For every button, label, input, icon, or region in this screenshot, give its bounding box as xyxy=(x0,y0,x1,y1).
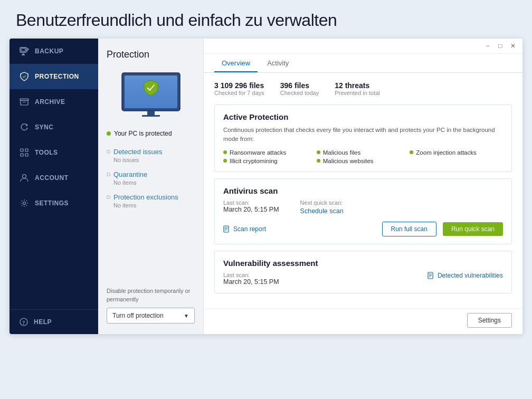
run-full-scan-button[interactable]: Run full scan xyxy=(382,222,436,236)
middle-nav-quarantine[interactable]: Quarantine No items xyxy=(107,170,195,186)
tab-overview[interactable]: Overview xyxy=(214,54,258,72)
svg-text:?: ? xyxy=(22,320,25,326)
sidebar-item-sync[interactable]: SYNC xyxy=(10,115,98,140)
feature-label-cryptomining: Illicit cryptomining xyxy=(230,158,278,164)
stat-threats: 12 threats Prevented in total xyxy=(335,81,380,96)
settings-icon xyxy=(19,198,30,208)
sidebar-item-tools[interactable]: TOOLS xyxy=(10,140,98,165)
svg-rect-8 xyxy=(21,149,23,151)
turn-off-protection-button[interactable]: Turn off protection ▼ xyxy=(107,308,195,324)
vuln-row: Last scan: March 20, 5:15 PM xyxy=(223,272,503,286)
svg-rect-10 xyxy=(25,149,28,151)
middle-bottom: Disable protection temporarily or perman… xyxy=(107,279,195,324)
sidebar: BACKUP PROTECTION xyxy=(10,39,98,334)
detected-issues-label: Detected issues xyxy=(113,148,163,156)
monitor-container xyxy=(107,69,195,121)
sync-icon xyxy=(19,122,30,132)
svg-point-13 xyxy=(23,202,26,205)
sidebar-item-backup[interactable]: BACKUP xyxy=(10,39,98,64)
stat-label-threats: Prevented in total xyxy=(335,90,380,96)
sidebar-item-protection[interactable]: PROTECTION xyxy=(10,64,98,89)
schedule-scan-link[interactable]: Schedule scan xyxy=(300,207,344,215)
sidebar-item-account[interactable]: ACCOUNT xyxy=(10,165,98,191)
scan-report-link[interactable]: Scan report xyxy=(223,225,266,233)
protection-status: Your PC is protected xyxy=(107,130,195,137)
sidebar-label-backup: BACKUP xyxy=(35,48,63,55)
av-actions: Scan report Run full scan Run quick scan xyxy=(223,222,503,236)
feature-cryptomining: Illicit cryptomining xyxy=(223,158,317,164)
middle-title: Protection xyxy=(107,49,195,60)
stat-files-7days: 3 109 296 files Checked for 7 days xyxy=(214,81,264,96)
app-container: BACKUP PROTECTION xyxy=(10,39,522,334)
help-icon: ? xyxy=(19,317,28,327)
feature-label-malicious-files: Malicious files xyxy=(323,149,361,156)
feature-malicious-files: Malicious files xyxy=(317,149,410,156)
feature-label-zoom-injection: Zoom injection attacks xyxy=(416,149,476,156)
feature-zoom-injection: Zoom injection attacks xyxy=(410,149,503,156)
sidebar-item-settings[interactable]: SETTINGS xyxy=(10,191,98,216)
window-maximize-button[interactable]: □ xyxy=(496,42,505,50)
page-headline: Benutzerfreundlich und einfach zu verwal… xyxy=(16,11,516,30)
nav-dot-exclusions xyxy=(107,195,110,199)
run-quick-scan-button[interactable]: Run quick scan xyxy=(443,222,503,236)
middle-nav-exclusions[interactable]: Protection exclusions No items xyxy=(107,193,195,208)
settings-row: Settings xyxy=(204,308,522,334)
last-scan-info: Last scan: March 20, 5:15 PM xyxy=(223,200,279,215)
detected-vuln-label: Detected vulnerabilities xyxy=(438,272,503,279)
sidebar-spacer xyxy=(10,216,98,309)
active-protection-desc: Continuous protection that checks every … xyxy=(223,126,503,144)
svg-rect-11 xyxy=(25,154,28,156)
middle-nav-detected-issues[interactable]: Detected issues No issues xyxy=(107,148,195,163)
archive-icon xyxy=(19,97,30,107)
active-protection-card: Active Protection Continuous protection … xyxy=(214,104,512,172)
stats-row: 3 109 296 files Checked for 7 days 396 f… xyxy=(214,81,512,96)
sidebar-label-tools: TOOLS xyxy=(35,149,58,156)
feature-dot-malicious-websites xyxy=(317,159,320,163)
tools-icon xyxy=(19,147,30,158)
sidebar-label-settings: SETTINGS xyxy=(35,200,69,207)
active-protection-title: Active Protection xyxy=(223,112,503,121)
feature-malicious-websites: Malicious websites xyxy=(317,158,410,164)
page-header: Benutzerfreundlich und einfach zu verwal… xyxy=(0,0,532,39)
feature-dot-ransomware xyxy=(223,150,227,154)
last-scan-label: Last scan: xyxy=(223,200,279,206)
svg-rect-1 xyxy=(21,49,25,51)
detected-vulnerabilities-link[interactable]: Detected vulnerabilities xyxy=(428,272,503,279)
features-grid: Ransomware attacks Malicious files Zoom … xyxy=(223,149,503,164)
quarantine-sub: No items xyxy=(107,179,195,186)
content-area: 3 109 296 files Checked for 7 days 396 f… xyxy=(204,73,522,308)
nav-dot-detected xyxy=(107,150,110,154)
main-content: − □ ✕ Overview Activity 3 109 296 files … xyxy=(204,39,522,334)
detected-issues-sub: No issues xyxy=(107,157,195,163)
svg-rect-19 xyxy=(147,111,155,115)
tabs-bar: Overview Activity xyxy=(204,54,522,73)
nav-dot-quarantine xyxy=(107,173,110,176)
stat-label-files-today: Checked today xyxy=(280,90,319,96)
middle-panel-inner: Protection xyxy=(107,49,195,324)
settings-button[interactable]: Settings xyxy=(467,313,512,328)
vuln-scan-value: March 20, 5:15 PM xyxy=(223,278,279,286)
turn-off-label: Turn off protection xyxy=(112,312,164,319)
vulnerability-card: Vulnerability assessment Last scan: Marc… xyxy=(214,251,512,293)
sidebar-label-sync: SYNC xyxy=(35,124,53,131)
stat-value-files-today: 396 files xyxy=(280,81,319,90)
svg-point-12 xyxy=(23,175,26,178)
sidebar-item-help[interactable]: ? HELP xyxy=(10,309,98,334)
stat-label-files-7days: Checked for 7 days xyxy=(214,90,264,96)
exclusions-sub: No items xyxy=(107,202,195,208)
sidebar-item-archive[interactable]: ARCHIVE xyxy=(10,89,98,115)
page-wrapper: Benutzerfreundlich und einfach zu verwal… xyxy=(0,0,532,334)
window-close-button[interactable]: ✕ xyxy=(509,42,517,50)
sidebar-label-account: ACCOUNT xyxy=(35,174,69,182)
exclusions-label: Protection exclusions xyxy=(113,193,178,201)
backup-icon xyxy=(19,46,30,56)
sidebar-help-label: HELP xyxy=(34,318,52,326)
middle-nav: Detected issues No issues Quarantine No … xyxy=(107,148,195,216)
account-icon xyxy=(19,173,30,183)
sidebar-label-archive: ARCHIVE xyxy=(35,98,65,106)
feature-dot-zoom-injection xyxy=(410,150,413,154)
stat-files-today: 396 files Checked today xyxy=(280,81,319,96)
tab-activity[interactable]: Activity xyxy=(260,54,296,72)
quarantine-label: Quarantine xyxy=(113,170,147,178)
window-minimize-button[interactable]: − xyxy=(483,42,492,50)
